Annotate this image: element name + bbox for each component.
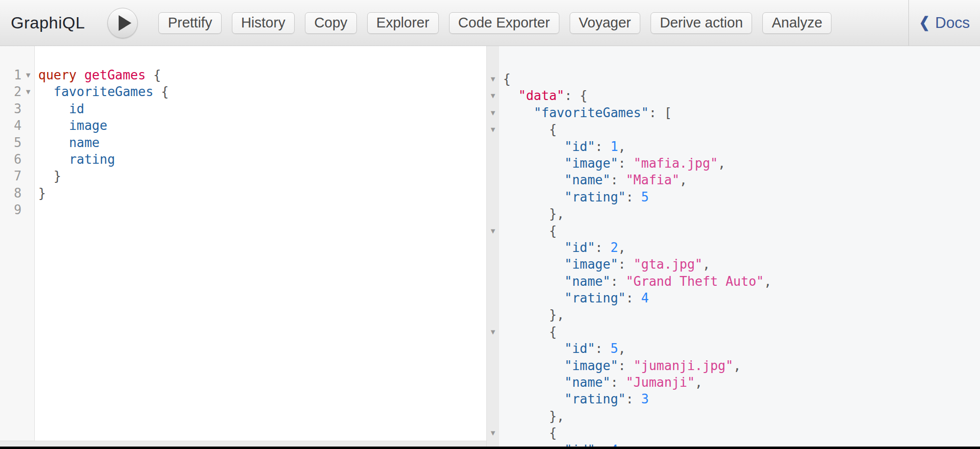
fold-gutter-spacer <box>487 155 499 172</box>
query-code-line: 4 image <box>0 117 486 134</box>
result-code-line: "id": 4, <box>487 442 980 447</box>
fold-arrow-icon[interactable]: ▼ <box>22 83 35 100</box>
result-code-line: "image": "jumanji.jpg", <box>487 357 980 374</box>
window-bottom-edge <box>0 447 980 449</box>
code-text: id <box>35 100 84 117</box>
docs-link[interactable]: ❮ Docs <box>909 14 980 32</box>
query-variables-strip[interactable] <box>0 441 486 447</box>
code-text: image <box>35 117 107 134</box>
result-code-line: "rating": 4 <box>487 290 980 306</box>
code-text: "rating": 3 <box>499 391 649 407</box>
line-number: 1 <box>0 67 22 83</box>
fold-gutter-spacer <box>487 408 499 424</box>
fold-gutter-spacer <box>487 256 499 273</box>
line-number: 8 <box>0 185 22 201</box>
query-code-line: 5 name <box>0 134 486 151</box>
fold-gutter-spacer <box>487 189 499 205</box>
app-title: GraphiQL <box>11 13 85 32</box>
toolbar-button-explorer[interactable]: Explorer <box>367 12 439 34</box>
result-code-line: "name": "Grand Theft Auto", <box>487 273 980 290</box>
code-text: { <box>499 324 557 340</box>
result-code-line: ▼ "data": { <box>487 87 980 104</box>
query-code-line: 2▼ favoriteGames { <box>0 83 486 100</box>
fold-arrow-icon[interactable]: ▼ <box>487 223 499 239</box>
chevron-left-icon: ❮ <box>919 14 930 32</box>
result-code-line: ▼ "favoriteGames": [ <box>487 104 980 121</box>
fold-arrow-icon[interactable]: ▼ <box>487 104 499 121</box>
docs-label: Docs <box>935 14 970 32</box>
toolbar-button-analyze[interactable]: Analyze <box>762 12 831 34</box>
fold-gutter-spacer <box>487 138 499 155</box>
code-text: }, <box>499 408 564 424</box>
query-code-line: 8} <box>0 185 486 201</box>
result-code-line: "name": "Mafia", <box>487 172 980 188</box>
code-text: }, <box>499 306 564 323</box>
code-text: "image": "jumanji.jpg", <box>499 357 741 374</box>
line-number: 2 <box>0 83 22 100</box>
result-code-line: }, <box>487 306 980 323</box>
fold-gutter-spacer <box>487 172 499 188</box>
query-code-line: 6 rating <box>0 151 486 168</box>
fold-gutter-spacer <box>22 151 35 168</box>
fold-arrow-icon[interactable]: ▼ <box>487 424 499 441</box>
fold-gutter-spacer <box>22 117 35 134</box>
toolbar-button-code-exporter[interactable]: Code Exporter <box>449 12 559 34</box>
result-code-line: ▼ { <box>487 223 980 239</box>
result-code-line: ▼ { <box>487 324 980 340</box>
result-code-line: "rating": 5 <box>487 189 980 205</box>
query-code-line: 9 <box>0 201 486 218</box>
fold-gutter-spacer <box>487 239 499 256</box>
result-code-line: "id": 2, <box>487 239 980 256</box>
result-code-line: "id": 5, <box>487 340 980 357</box>
result-code-line: ▼ { <box>487 424 980 441</box>
code-text: { <box>499 71 511 87</box>
code-text: "favoriteGames": [ <box>499 104 672 121</box>
fold-gutter-spacer <box>487 205 499 222</box>
code-text: "rating": 4 <box>499 290 649 306</box>
code-text: { <box>499 121 557 138</box>
code-text: "name": "Jumanji", <box>499 374 703 391</box>
toolbar-button-copy[interactable]: Copy <box>305 12 357 34</box>
toolbar-button-derive-action[interactable]: Derive action <box>651 12 752 34</box>
result-code-line: "image": "mafia.jpg", <box>487 155 980 172</box>
result-code-line: ▼{ <box>487 71 980 87</box>
fold-arrow-icon[interactable]: ▼ <box>22 67 35 83</box>
line-number: 7 <box>0 168 22 184</box>
code-text: favoriteGames { <box>35 83 169 100</box>
code-text: "id": 5, <box>499 340 626 357</box>
line-number: 3 <box>0 100 22 117</box>
query-editor[interactable]: 1▼query getGames {2▼ favoriteGames {3 id… <box>0 46 486 441</box>
result-code-line: "rating": 3 <box>487 391 980 407</box>
fold-gutter-spacer <box>487 306 499 323</box>
play-icon <box>119 15 131 31</box>
code-text: } <box>35 168 61 184</box>
fold-gutter-spacer <box>487 340 499 357</box>
toolbar-button-history[interactable]: History <box>232 12 295 34</box>
code-text: rating <box>35 151 115 168</box>
fold-gutter-spacer <box>487 357 499 374</box>
code-text: "name": "Grand Theft Auto", <box>499 273 772 290</box>
graphiql-app: GraphiQL PrettifyHistoryCopyExplorerCode… <box>0 0 980 449</box>
execute-button[interactable] <box>107 8 138 38</box>
fold-arrow-icon[interactable]: ▼ <box>487 87 499 104</box>
toolbar-button-voyager[interactable]: Voyager <box>570 12 640 34</box>
query-code-line: 7 } <box>0 168 486 184</box>
fold-gutter-spacer <box>487 273 499 290</box>
code-text: "image": "mafia.jpg", <box>499 155 726 172</box>
fold-arrow-icon[interactable]: ▼ <box>487 71 499 87</box>
fold-gutter-spacer <box>487 374 499 391</box>
fold-arrow-icon[interactable]: ▼ <box>487 324 499 340</box>
query-code-line: 3 id <box>0 100 486 117</box>
toolbar-button-group: PrettifyHistoryCopyExplorerCode Exporter… <box>158 12 831 34</box>
fold-arrow-icon[interactable]: ▼ <box>487 121 499 138</box>
result-code-line: "image": "gta.jpg", <box>487 256 980 273</box>
code-text: "name": "Mafia", <box>499 172 687 188</box>
fold-gutter-spacer <box>487 290 499 306</box>
result-code-line: }, <box>487 408 980 424</box>
line-number: 6 <box>0 151 22 168</box>
toolbar-button-prettify[interactable]: Prettify <box>158 12 221 34</box>
fold-gutter-spacer <box>22 185 35 201</box>
fold-gutter-spacer <box>22 134 35 151</box>
result-viewer[interactable]: ▼{▼ "data": {▼ "favoriteGames": [▼ { "id… <box>486 46 980 447</box>
fold-gutter-spacer <box>22 100 35 117</box>
